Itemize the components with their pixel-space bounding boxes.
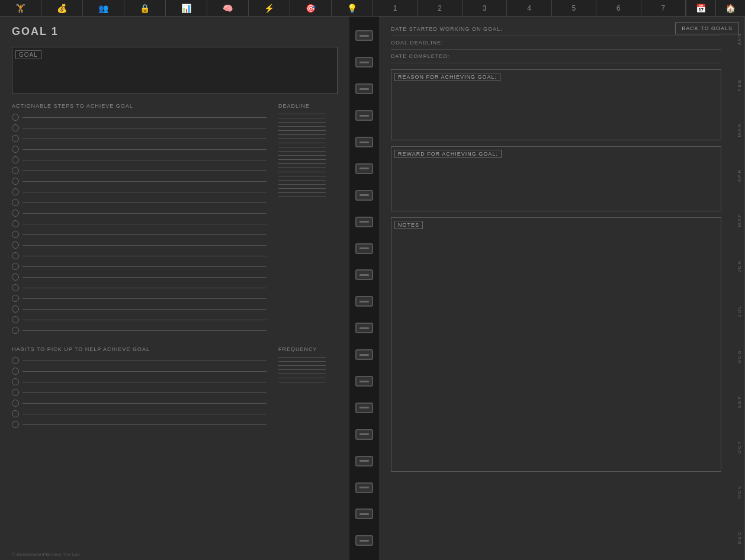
spine-binding <box>349 17 379 560</box>
actionable-steps-header: ACTIONABLE STEPS TO ACHIEVE GOAL <box>12 103 266 109</box>
nav-num-4[interactable]: 4 <box>507 0 551 17</box>
step-row <box>12 252 266 259</box>
nav-icon-target[interactable]: 🎯 <box>290 0 332 17</box>
frequency-column: FREQUENCY <box>278 346 338 432</box>
habit-checkbox[interactable] <box>12 410 19 417</box>
nav-icon-chart[interactable]: 📊 <box>166 0 207 17</box>
deadline-input-line <box>278 163 326 164</box>
nav-icon-brain[interactable]: 🧠 <box>207 0 249 17</box>
page-title: GOAL 1 <box>12 25 338 38</box>
nav-num-3[interactable]: 3 <box>463 0 507 17</box>
step-input-line <box>23 149 266 150</box>
frequency-header: FREQUENCY <box>278 346 338 352</box>
habit-checkbox[interactable] <box>12 421 19 428</box>
step-input-line <box>23 298 266 299</box>
step-input-line <box>23 245 266 246</box>
step-checkbox[interactable] <box>12 242 19 249</box>
nav-icon-calendar[interactable]: 📅 <box>686 0 715 17</box>
month-label-feb: FEB <box>734 62 745 108</box>
back-to-goals-button[interactable]: BACK TO GOALS <box>675 22 739 34</box>
step-checkbox[interactable] <box>12 135 19 142</box>
step-checkbox[interactable] <box>12 316 19 323</box>
habit-row <box>12 389 266 396</box>
deadline-input-line <box>278 192 326 193</box>
month-label-may: MAY <box>734 198 745 243</box>
spine-ring-inner <box>359 460 369 462</box>
nav-num-7[interactable]: 7 <box>641 0 686 17</box>
nav-icon-workout[interactable]: 🏋 <box>0 0 41 17</box>
spine-ring <box>355 456 373 466</box>
step-checkbox[interactable] <box>12 124 19 131</box>
step-checkbox[interactable] <box>12 295 19 302</box>
step-checkbox[interactable] <box>12 114 19 121</box>
spine-ring-inner <box>359 487 369 488</box>
step-checkbox[interactable] <box>12 199 19 206</box>
step-checkbox[interactable] <box>12 305 19 313</box>
nav-icon-lock[interactable]: 🔒 <box>124 0 166 17</box>
step-checkbox[interactable] <box>12 220 19 227</box>
step-checkbox[interactable] <box>12 146 19 153</box>
nav-num-5[interactable]: 5 <box>552 0 596 17</box>
step-checkbox[interactable] <box>12 284 19 291</box>
spine-ring-inner <box>359 247 369 249</box>
step-input-line <box>23 139 266 139</box>
spine-ring <box>355 217 373 227</box>
reward-label: REWARD FOR ACHIEVING GOAL: <box>394 150 502 158</box>
habit-checkbox[interactable] <box>12 400 19 407</box>
nav-icon-home[interactable]: 🏠 <box>715 0 745 17</box>
spine-ring <box>355 429 373 440</box>
step-checkbox[interactable] <box>12 210 19 217</box>
step-input-line <box>23 181 266 182</box>
spine-ring <box>355 376 373 387</box>
step-checkbox[interactable] <box>12 252 19 259</box>
nav-icon-bulb[interactable]: 💡 <box>332 0 373 17</box>
month-label-oct: OCT <box>734 424 745 470</box>
nav-icon-money[interactable]: 💰 <box>41 0 83 17</box>
month-label-jul: JUL <box>734 288 745 334</box>
step-checkbox[interactable] <box>12 188 19 195</box>
step-checkbox[interactable] <box>12 167 19 174</box>
step-input-line <box>23 309 266 310</box>
nav-icon-lightning[interactable]: ⚡ <box>249 0 290 17</box>
step-row <box>12 263 266 270</box>
notes-box[interactable]: NOTES <box>391 217 721 472</box>
nav-num-6[interactable]: 6 <box>596 0 641 17</box>
month-label-aug: AUG <box>734 334 745 379</box>
date-completed-row: DATE COMPLETED: <box>391 50 721 63</box>
nav-icon-people[interactable]: 👥 <box>83 0 124 17</box>
step-row <box>12 242 266 249</box>
step-checkbox[interactable] <box>12 231 19 238</box>
frequency-input-line <box>278 369 326 370</box>
habit-checkbox[interactable] <box>12 368 19 375</box>
left-panel: GOAL 1 GOAL ACTIONABLE STEPS TO ACHIEVE … <box>0 17 349 560</box>
goal-textarea[interactable]: GOAL <box>12 47 338 94</box>
step-row <box>12 316 266 323</box>
habit-checkbox[interactable] <box>12 389 19 396</box>
deadline-input-line <box>278 122 326 123</box>
deadline-input-line <box>278 159 326 160</box>
frequency-input-line <box>278 357 326 358</box>
step-input-line <box>23 320 266 320</box>
deadline-input-line <box>278 139 326 139</box>
spine-ring <box>355 83 373 94</box>
step-checkbox[interactable] <box>12 178 19 185</box>
step-checkbox[interactable] <box>12 156 19 163</box>
step-checkbox[interactable] <box>12 273 19 281</box>
reason-box[interactable]: REASON FOR ACHIEVING GOAL: <box>391 69 721 140</box>
nav-num-1[interactable]: 1 <box>373 0 418 17</box>
nav-num-2[interactable]: 2 <box>418 0 462 17</box>
step-input-line <box>23 330 266 331</box>
spine-ring-inner <box>359 168 369 169</box>
deadline-input-line <box>278 197 326 197</box>
habit-checkbox[interactable] <box>12 357 19 364</box>
step-row <box>12 178 266 185</box>
spine-ring <box>355 110 373 121</box>
habit-checkbox[interactable] <box>12 378 19 385</box>
reward-box[interactable]: REWARD FOR ACHIEVING GOAL: <box>391 146 721 211</box>
reason-label: REASON FOR ACHIEVING GOAL: <box>394 73 500 81</box>
deadline-input-line <box>278 118 326 118</box>
step-checkbox[interactable] <box>12 263 19 270</box>
month-label-apr: APR <box>734 153 745 198</box>
month-label-sep: SEP <box>734 379 745 424</box>
step-checkbox[interactable] <box>12 327 19 334</box>
